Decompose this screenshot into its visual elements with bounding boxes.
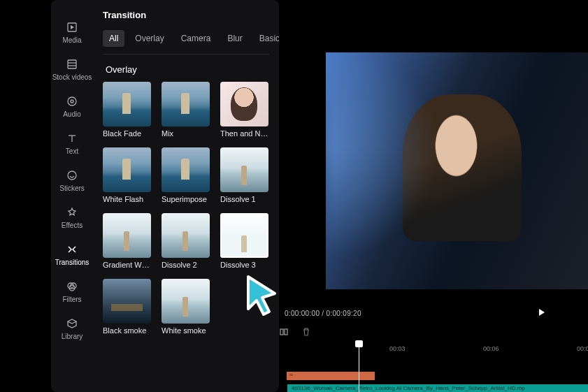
tab-basic[interactable]: Basic <box>253 30 279 47</box>
transition-item[interactable]: Gradient Wipe <box>103 213 151 269</box>
thumb-preview <box>220 147 268 192</box>
tab-all[interactable]: All <box>103 30 124 47</box>
thumb-preview <box>220 213 268 258</box>
current-time: 0:00:00:00 <box>285 310 320 317</box>
play-button[interactable] <box>538 308 546 318</box>
video-preview <box>326 52 588 289</box>
sidebar-item-label: Text <box>66 147 78 155</box>
sidebar-item-label: Audio <box>63 110 81 118</box>
playhead[interactable] <box>359 342 359 392</box>
delete-button[interactable] <box>301 327 311 337</box>
timeline-tools <box>279 327 311 337</box>
playback-toolbar: 0:00:00:00 / 0:00:09:20 <box>279 306 588 320</box>
sidebar-item-media[interactable]: Media <box>51 14 93 51</box>
section-label: Overlay <box>106 64 269 75</box>
transition-item[interactable]: Black smoke <box>103 279 151 335</box>
panel-tabs: All Overlay Camera Blur Basic <box>103 30 269 55</box>
media-icon <box>66 21 78 34</box>
thumb-label: Dissolve 2 <box>162 261 210 269</box>
thumb-preview <box>220 82 268 126</box>
total-time: 0:00:09:20 <box>327 310 361 317</box>
panel-title: Transition <box>103 10 269 20</box>
timeline-clip-video[interactable]: 403136_Woman_Camera_Retro_Looking At Cam… <box>287 384 588 392</box>
ruler-tick: 00:03 <box>389 345 406 352</box>
trash-icon <box>301 327 311 337</box>
thumb-label: Dissolve 1 <box>220 195 268 203</box>
timeline-ruler[interactable]: 00:03 00:06 00:09 <box>279 345 588 355</box>
stock-videos-icon <box>66 58 78 71</box>
transition-item[interactable]: Dissolve 1 <box>220 147 268 203</box>
sidebar-item-label: Stock videos <box>52 73 92 81</box>
sidebar-item-library[interactable]: Library <box>51 310 93 347</box>
svg-rect-12 <box>280 329 283 335</box>
sidebar-item-label: Transitions <box>55 259 89 266</box>
filters-icon <box>66 280 78 293</box>
ruler-tick: 00:09 <box>577 345 588 352</box>
tab-camera[interactable]: Camera <box>175 30 217 47</box>
sidebar-item-effects[interactable]: Effects <box>51 199 93 236</box>
ruler-tick: 00:06 <box>483 345 499 352</box>
transition-item[interactable]: White smoke <box>162 279 210 335</box>
sidebar-item-transitions[interactable]: Transitions <box>51 236 93 273</box>
sidebar: Media Stock videos Audio Text Stickers E… <box>51 0 93 392</box>
svg-point-8 <box>68 171 76 180</box>
split-button[interactable] <box>279 327 289 337</box>
play-icon <box>538 308 546 317</box>
library-icon <box>66 317 78 330</box>
sidebar-item-label: Library <box>62 333 83 340</box>
sidebar-item-label: Stickers <box>59 184 85 192</box>
thumb-preview <box>103 147 151 192</box>
tab-overlay[interactable]: Overlay <box>129 30 170 47</box>
sidebar-item-filters[interactable]: Filters <box>51 273 93 310</box>
tab-blur[interactable]: Blur <box>221 30 248 47</box>
transition-item[interactable]: Then and Now <box>220 82 268 138</box>
thumb-label: White Flash <box>103 195 151 203</box>
svg-point-5 <box>71 100 73 103</box>
transitions-icon <box>66 243 78 256</box>
thumb-preview <box>103 279 151 324</box>
timeline-clip-audio[interactable] <box>287 372 375 380</box>
sidebar-item-label: Filters <box>62 296 81 303</box>
thumb-preview <box>162 82 210 126</box>
svg-rect-13 <box>285 329 287 335</box>
thumb-preview <box>162 279 210 324</box>
svg-rect-1 <box>68 60 76 68</box>
thumb-label: Then and Now <box>220 129 268 138</box>
sidebar-item-audio[interactable]: Audio <box>51 88 93 125</box>
transition-item[interactable]: Dissolve 3 <box>220 213 268 269</box>
sidebar-item-text[interactable]: Text <box>51 125 93 162</box>
sidebar-item-label: Media <box>62 36 81 44</box>
audio-icon <box>66 95 78 108</box>
thumb-label: Superimpose <box>162 195 210 203</box>
transition-panel: Transition All Overlay Camera Blur Basic… <box>93 0 279 392</box>
thumb-preview <box>103 213 151 258</box>
cursor-pointer-icon <box>240 271 282 320</box>
thumb-preview <box>162 213 210 258</box>
sidebar-item-label: Effects <box>62 222 83 229</box>
thumb-preview <box>103 82 151 126</box>
thumb-preview <box>162 147 210 192</box>
transition-item[interactable]: Mix <box>162 82 210 138</box>
transition-item[interactable]: Dissolve 2 <box>162 213 210 269</box>
transition-item[interactable]: Superimpose <box>162 147 210 203</box>
transition-item[interactable]: White Flash <box>103 147 151 203</box>
thumb-label: Dissolve 3 <box>220 261 268 269</box>
sidebar-item-stock-videos[interactable]: Stock videos <box>51 51 93 88</box>
svg-point-4 <box>68 97 76 106</box>
thumb-label: Gradient Wipe <box>103 261 151 269</box>
thumb-label: White smoke <box>162 326 210 335</box>
effects-icon <box>66 206 78 219</box>
sidebar-item-stickers[interactable]: Stickers <box>51 162 93 199</box>
transition-item[interactable]: Black Fade <box>103 82 151 138</box>
playback-time: 0:00:00:00 / 0:00:09:20 <box>285 310 361 317</box>
thumb-label: Black Fade <box>103 129 151 138</box>
thumb-label: Mix <box>162 129 210 138</box>
text-icon <box>66 132 78 145</box>
stickers-icon <box>66 169 78 182</box>
thumb-label: Black smoke <box>103 326 151 335</box>
split-icon <box>279 327 289 337</box>
